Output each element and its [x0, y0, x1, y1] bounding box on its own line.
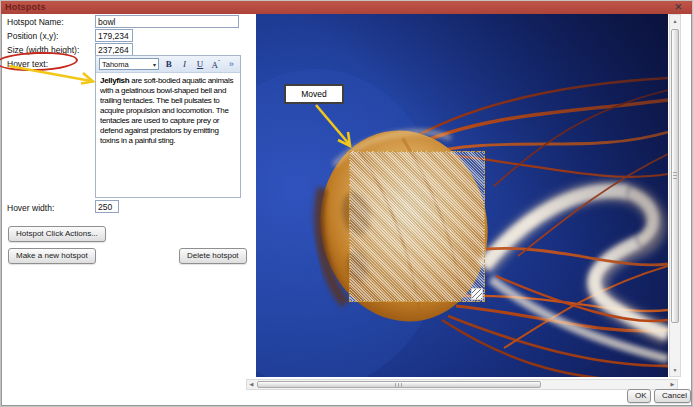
scroll-left-icon[interactable]: ◀ — [247, 380, 256, 389]
editor-toolbar: Tahoma ▾ B I U Aˆ » — [96, 56, 240, 73]
dialog-title: Hotspots — [5, 2, 46, 12]
underline-icon[interactable]: U — [194, 57, 206, 72]
ok-button[interactable]: OK — [627, 389, 651, 403]
annotation-arrow-icon — [300, 100, 364, 154]
scroll-up-icon[interactable]: ▲ — [670, 15, 680, 27]
hover-text-bold: Jellyfish — [100, 76, 129, 85]
scroll-right-icon[interactable]: ▶ — [668, 380, 677, 389]
scrollbar-grip — [395, 383, 403, 387]
hover-text-content[interactable]: Jellyfish are soft-bodied aquatic animal… — [96, 73, 240, 197]
position-input[interactable] — [95, 29, 133, 42]
font-name: Tahoma — [102, 60, 129, 69]
delete-hotspot-button[interactable]: Delete hotspot — [179, 248, 247, 264]
close-icon[interactable]: ✕ — [674, 1, 682, 14]
dialog-titlebar[interactable]: Hotspots ✕ — [1, 1, 692, 14]
moved-annotation-text: Moved — [301, 89, 327, 99]
bold-icon[interactable]: B — [163, 57, 175, 72]
resize-grip-icon[interactable] — [471, 288, 483, 300]
vertical-scrollbar-thumb[interactable] — [671, 29, 679, 323]
scrollbar-grip — [673, 172, 677, 180]
font-size-icon[interactable]: Aˆ — [210, 55, 222, 73]
hover-width-label: Hover width: — [7, 203, 54, 213]
horizontal-scrollbar-thumb[interactable] — [257, 381, 541, 388]
hotspot-name-label: Hotspot Name: — [7, 17, 64, 27]
vertical-scrollbar[interactable]: ▲ ▼ — [669, 14, 681, 377]
cancel-button[interactable]: Cancel — [654, 389, 691, 403]
font-family-select[interactable]: Tahoma ▾ — [99, 58, 159, 70]
hotspots-dialog: Hotspots ✕ Hotspot Name: Position (x,y):… — [0, 0, 693, 407]
hover-text-editor[interactable]: Tahoma ▾ B I U Aˆ » Jellyfish are soft-b… — [95, 55, 241, 198]
hotspot-click-actions-button[interactable]: Hotspot Click Actions... — [8, 226, 106, 242]
hotspot-region[interactable] — [349, 151, 485, 302]
annotation-arrow-icon — [5, 62, 100, 88]
hover-width-input[interactable] — [95, 200, 119, 213]
italic-icon[interactable]: I — [179, 57, 191, 72]
make-new-hotspot-button[interactable]: Make a new hotspot — [8, 248, 96, 264]
more-options-icon[interactable]: » — [225, 57, 237, 72]
scroll-down-icon[interactable]: ▼ — [670, 364, 680, 376]
hotspot-name-input[interactable] — [95, 15, 239, 28]
horizontal-scrollbar[interactable]: ◀ ▶ — [246, 379, 678, 390]
hover-text-rest: are soft-bodied aquatic animals with a g… — [100, 76, 233, 145]
chevron-down-icon: ▾ — [153, 61, 156, 68]
position-label: Position (x,y): — [7, 31, 59, 41]
